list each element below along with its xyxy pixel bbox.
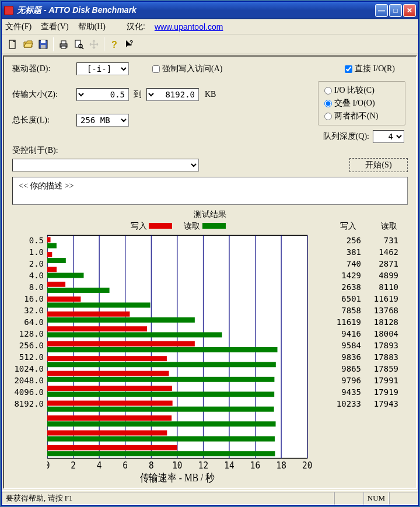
hanhua-label: 汉化: [127,22,145,32]
status-blank1 [334,492,363,505]
svg-text:传输速率 - MB / 秒: 传输速率 - MB / 秒 [140,472,215,484]
svg-rect-35 [47,237,51,242]
print-preview-button[interactable] [71,37,86,52]
svg-text:20: 20 [302,460,312,471]
chart-value-row: 986517859 [320,363,408,375]
svg-text:2: 2 [71,460,76,471]
chart-category-label: 512.0 [12,351,47,363]
chart-category-label: 128.0 [12,328,47,340]
legend-read: 读取 [184,221,226,232]
svg-rect-58 [47,407,274,412]
chart-value-row: 1023317943 [320,398,408,410]
svg-rect-46 [47,317,195,323]
minimize-button[interactable]: — [375,4,388,17]
svg-rect-39 [47,267,57,272]
chart-value-row: 943517919 [320,386,408,398]
open-button[interactable] [20,37,36,52]
status-blank2 [389,492,418,505]
maximize-button[interactable]: □ [389,4,402,17]
chart-y-labels: 0.51.02.04.08.016.032.064.0128.0256.0512… [12,232,47,484]
direct-io-checkbox[interactable]: 直接 I/O(R) [345,64,395,74]
chart-value-row: 941618004 [320,328,408,340]
menu-help[interactable]: 帮助(H) [78,22,106,32]
help-button[interactable]: ? [107,37,122,52]
settings-panel: 驱动器(D): [-i-] 强制写入访问(A) 传输大小(Z): 0.5 到 8… [12,62,408,144]
legend-write: 写入 [131,221,173,232]
queue-depth-select[interactable]: 4 [373,130,404,143]
col-header-write: 写入 [320,221,361,232]
svg-rect-62 [47,436,275,442]
chart-value-row: 256731 [320,235,408,246]
neither-radio[interactable]: 两者都不(N) [324,111,399,121]
chart-value-row: 979617991 [320,375,408,386]
svg-rect-61 [47,431,167,436]
svg-rect-38 [47,258,66,263]
transfer-to-select[interactable]: 8192.0 [146,88,199,101]
svg-rect-59 [47,415,172,421]
col-header-read: 读取 [361,221,402,232]
kb-label: KB [199,90,216,99]
menubar: 文件(F) 查看(V) 帮助(H) 汉化: www.upantool.com [2,19,418,34]
chart-category-label: 32.0 [12,305,47,316]
svg-rect-51 [47,356,167,361]
io-compare-radio[interactable]: I/O 比较(C) [324,85,399,96]
svg-rect-6 [61,46,66,48]
svg-rect-64 [47,451,275,456]
chart-value-row: 14294899 [320,270,408,281]
status-num: NUM [363,492,389,505]
svg-rect-42 [47,288,110,293]
move-button[interactable] [86,37,102,52]
chart-category-label: 8192.0 [12,398,47,410]
chart-category-label: 1.0 [12,246,47,258]
whats-this-button[interactable]: ? [122,37,137,52]
svg-rect-49 [47,341,195,347]
drive-select[interactable]: [-i-] [76,62,129,75]
chart-category-label: 16.0 [12,293,47,305]
svg-text:16: 16 [250,460,260,471]
chart-value-row: 3811462 [320,246,408,258]
force-write-checkbox[interactable]: 强制写入访问(A) [152,64,222,74]
svg-rect-45 [47,312,130,317]
chart-value-row: 7402871 [320,258,408,270]
print-button[interactable] [56,37,71,52]
hanhua-link[interactable]: www.upantool.com [155,22,223,32]
app-icon [4,6,13,15]
chart-category-label: 4.0 [12,270,47,281]
svg-rect-47 [47,326,147,331]
total-len-select[interactable]: 256 MB [76,114,129,127]
controlled-select[interactable] [12,159,199,172]
svg-text:6: 6 [123,460,128,471]
transfer-label: 传输大小(Z): [12,89,76,100]
svg-rect-63 [47,445,177,450]
controlled-label: 受控制于(B): [12,145,408,156]
new-button[interactable] [5,37,20,52]
svg-text:18: 18 [276,460,286,471]
close-button[interactable]: ✕ [403,4,416,17]
chart-value-table: 2567313811462740287114294899263881106501… [320,232,408,484]
transfer-from-select[interactable]: 0.5 [76,88,129,101]
start-button[interactable]: 开始(S) [349,158,408,172]
chart-value-row: 958417893 [320,340,408,351]
titlebar: 无标题 - ATTO Disk Benchmark — □ ✕ [2,2,418,19]
status-help: 要获得帮助, 请按 F1 [2,492,334,505]
chart-value-row: 983617883 [320,351,408,363]
chart-value-row: 785813768 [320,305,408,316]
menu-view[interactable]: 查看(V) [41,22,68,32]
svg-rect-5 [61,41,66,44]
chart-category-label: 2048.0 [12,375,47,386]
svg-text:?: ? [130,40,133,46]
svg-rect-7 [75,40,80,47]
chart-category-label: 64.0 [12,316,47,328]
svg-text:8: 8 [149,460,154,471]
svg-rect-54 [47,377,274,382]
svg-rect-36 [47,243,57,249]
save-button[interactable] [36,37,51,52]
description-box[interactable]: << 你的描述 >> [12,177,408,205]
svg-rect-48 [47,332,222,337]
svg-rect-60 [47,421,276,426]
svg-text:0: 0 [47,460,50,471]
svg-text:10: 10 [172,460,182,471]
svg-rect-37 [47,252,52,257]
menu-file[interactable]: 文件(F) [5,22,32,32]
overlap-io-radio[interactable]: 交叠 I/O(O) [324,98,399,109]
